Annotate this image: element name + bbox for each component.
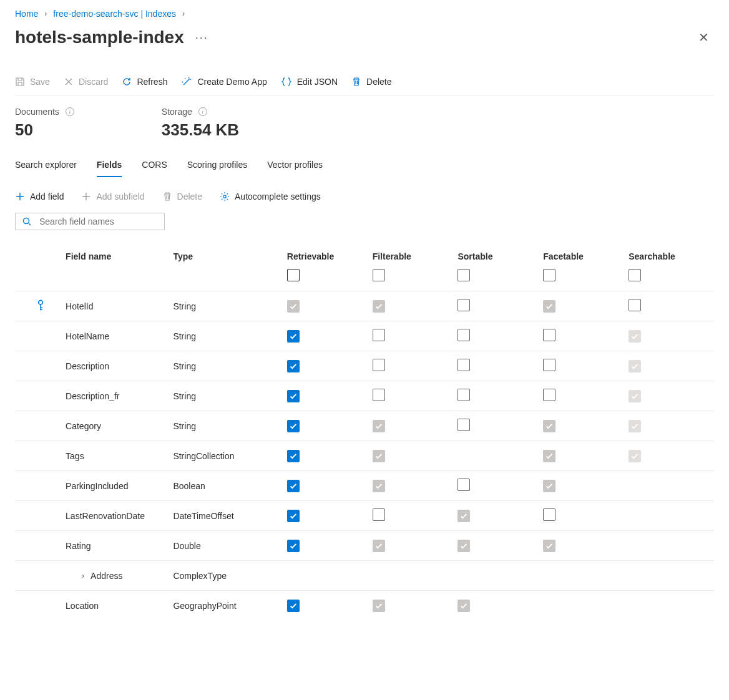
col-facetable: Facetable [543, 245, 629, 269]
select-all-retrievable[interactable] [287, 269, 300, 281]
checkbox-retrievable[interactable] [287, 420, 300, 432]
select-all-searchable[interactable] [629, 269, 641, 281]
table-row[interactable]: HotelIdString [15, 291, 714, 321]
autocomplete-settings-button[interactable]: Autocomplete settings [220, 192, 321, 202]
table-row[interactable]: Description_frString [15, 381, 714, 411]
tab-search-explorer[interactable]: Search explorer [15, 155, 77, 177]
checkbox-filterable[interactable] [373, 389, 385, 401]
stat-documents: Documents i 50 [15, 107, 74, 140]
checkbox-filterable [373, 540, 385, 552]
table-row[interactable]: LocationGeographyPoint [15, 591, 714, 621]
info-icon[interactable]: i [66, 107, 74, 116]
checkbox-facetable [543, 420, 555, 432]
table-row[interactable]: CategoryString [15, 411, 714, 441]
documents-value: 50 [15, 120, 74, 140]
breadcrumb-service[interactable]: free-demo-search-svc | Indexes [53, 9, 176, 19]
delete-field-button[interactable]: Delete [162, 192, 202, 202]
checkbox-retrievable[interactable] [287, 390, 300, 402]
search-fields-box[interactable] [15, 213, 165, 230]
stats-row: Documents i 50 Storage i 335.54 KB [15, 95, 714, 155]
table-row[interactable]: DescriptionString [15, 351, 714, 381]
field-type: String [173, 321, 286, 351]
field-type: ComplexType [173, 561, 286, 591]
table-row[interactable]: ParkingIncludedBoolean [15, 471, 714, 501]
checkbox-facetable [543, 480, 555, 492]
field-type: String [173, 291, 286, 321]
table-row[interactable]: TagsStringCollection [15, 441, 714, 471]
table-row[interactable]: LastRenovationDateDateTimeOffset [15, 501, 714, 531]
checkbox-searchable [629, 330, 641, 343]
checkbox-retrievable[interactable] [287, 330, 300, 343]
tabs: Search explorerFieldsCORSScoring profile… [15, 155, 714, 178]
checkbox-retrievable[interactable] [287, 450, 300, 462]
checkbox-facetable[interactable] [543, 329, 555, 341]
checkbox-sortable[interactable] [457, 299, 470, 311]
save-button[interactable]: Save [15, 77, 50, 87]
select-all-facetable[interactable] [543, 269, 555, 281]
plus-icon [15, 192, 25, 202]
trash-icon [351, 77, 361, 87]
fields-table: Field name Type Retrievable Filterable S… [15, 245, 714, 621]
svg-point-2 [37, 299, 43, 305]
checkbox-searchable[interactable] [629, 299, 641, 311]
checkbox-searchable [629, 450, 641, 462]
chevron-right-icon: › [44, 9, 47, 18]
tab-fields[interactable]: Fields [97, 155, 122, 177]
more-actions-button[interactable]: ··· [195, 32, 208, 43]
checkbox-sortable[interactable] [457, 419, 470, 431]
gear-icon [220, 192, 230, 202]
col-searchable: Searchable [629, 245, 714, 269]
discard-button[interactable]: Discard [64, 77, 108, 87]
checkbox-filterable[interactable] [373, 508, 385, 521]
select-all-sortable[interactable] [457, 269, 470, 281]
checkbox-retrievable[interactable] [287, 360, 300, 372]
delete-field-label: Delete [177, 192, 202, 202]
checkbox-filterable [373, 450, 385, 462]
checkbox-retrievable[interactable] [287, 600, 300, 612]
chevron-right-icon[interactable]: › [82, 571, 84, 580]
checkbox-facetable[interactable] [543, 508, 555, 521]
checkbox-sortable [457, 540, 470, 552]
field-type: StringCollection [173, 441, 286, 471]
tab-cors[interactable]: CORS [142, 155, 167, 177]
checkbox-facetable[interactable] [543, 359, 555, 371]
checkbox-retrievable[interactable] [287, 510, 300, 522]
table-row[interactable]: RatingDouble [15, 531, 714, 561]
checkbox-filterable[interactable] [373, 359, 385, 371]
col-retrievable: Retrievable [287, 245, 373, 269]
info-icon[interactable]: i [198, 107, 207, 116]
discard-label: Discard [79, 77, 108, 87]
create-demo-app-button[interactable]: Create Demo App [181, 76, 267, 87]
field-name: Tags [66, 451, 84, 461]
checkbox-retrievable[interactable] [287, 480, 300, 492]
checkbox-retrievable[interactable] [287, 540, 300, 552]
col-field-name: Field name [66, 245, 173, 269]
command-bar: Save Discard Refresh Create Demo App Edi… [15, 71, 714, 95]
checkbox-filterable[interactable] [373, 329, 385, 341]
checkbox-facetable [543, 540, 555, 552]
search-fields-input[interactable] [38, 216, 158, 227]
checkbox-sortable[interactable] [457, 359, 470, 371]
svg-point-0 [223, 195, 226, 198]
checkbox-sortable[interactable] [457, 329, 470, 341]
table-row[interactable]: HotelNameString [15, 321, 714, 351]
refresh-button[interactable]: Refresh [122, 77, 167, 87]
checkbox-facetable [543, 300, 555, 313]
checkbox-searchable [629, 360, 641, 372]
tab-scoring-profiles[interactable]: Scoring profiles [187, 155, 248, 177]
edit-json-button[interactable]: Edit JSON [281, 76, 338, 87]
save-label: Save [30, 77, 50, 87]
checkbox-sortable[interactable] [457, 389, 470, 401]
plus-icon [81, 192, 91, 202]
close-button[interactable]: ✕ [693, 27, 714, 47]
add-field-button[interactable]: Add field [15, 192, 64, 202]
delete-button[interactable]: Delete [351, 77, 391, 87]
checkbox-sortable[interactable] [457, 479, 470, 491]
table-row[interactable]: ›AddressComplexType [15, 561, 714, 591]
checkbox-facetable[interactable] [543, 389, 555, 401]
add-subfield-button[interactable]: Add subfield [81, 192, 144, 202]
tab-vector-profiles[interactable]: Vector profiles [267, 155, 323, 177]
select-all-filterable[interactable] [373, 269, 385, 281]
field-name: Address [91, 571, 122, 581]
breadcrumb-home[interactable]: Home [15, 9, 38, 19]
